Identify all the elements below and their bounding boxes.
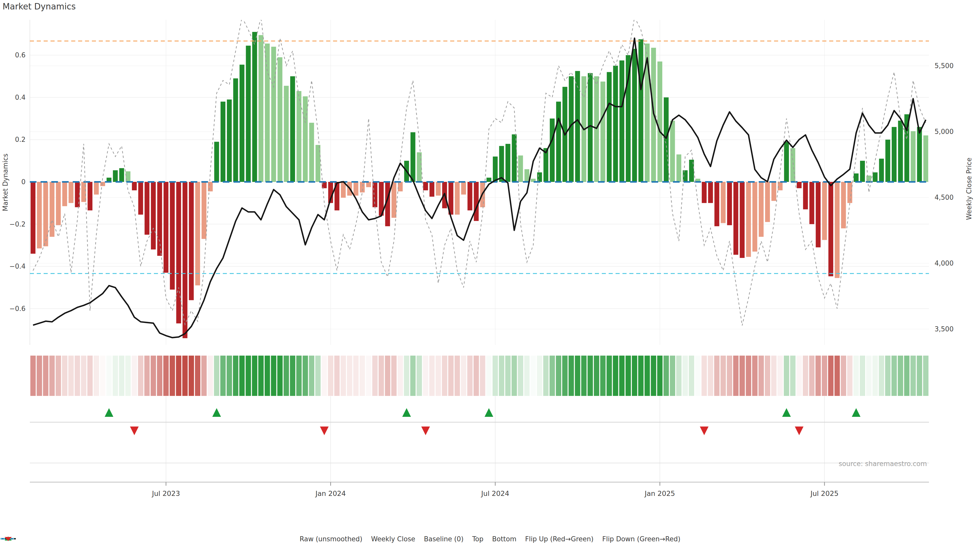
signal-panel-lines (30, 422, 929, 463)
left-tick-label: −0.4 (10, 262, 25, 270)
legend-item-dot-cyan: Bottom (492, 535, 516, 543)
chart-canvas: Jul 2023Jan 2024Jul 2024Jan 2025Jul 2025… (0, 0, 980, 528)
legend-label: Flip Down (Green→Red) (602, 535, 680, 543)
source-note: source: sharemaestro.com (838, 460, 927, 468)
left-tick-label: −0.2 (10, 221, 25, 228)
left-tick-label: 0.4 (15, 94, 25, 101)
x-tick-label: Jul 2023 (151, 489, 180, 497)
right-tick-label: 3,500 (935, 325, 953, 333)
legend-item-dash-gray: Raw (unsmoothed) (300, 535, 363, 543)
left-tick-label: −0.6 (10, 305, 25, 313)
legend-label: Top (472, 535, 484, 543)
legend-item-solid-black: Weekly Close (371, 535, 415, 543)
right-tick-label: 5,500 (935, 62, 953, 70)
x-axis: Jul 2023Jan 2024Jul 2024Jan 2025Jul 2025 (30, 482, 929, 497)
left-tick-label: 0 (21, 178, 25, 186)
legend-label: Raw (unsmoothed) (300, 535, 363, 543)
legend: Raw (unsmoothed)Weekly CloseBaseline (0)… (0, 535, 980, 543)
right-tick-label: 4,500 (935, 194, 953, 201)
right-tick-label: 4,000 (935, 259, 953, 267)
legend-item-tri-down: Flip Down (Green→Red) (602, 535, 680, 543)
x-tick-label: Jul 2025 (810, 489, 838, 497)
x-tick-label: Jul 2024 (481, 489, 509, 497)
legend-label: Baseline (0) (424, 535, 463, 543)
y-axis-right: 5,5005,0004,5004,0003,500Weekly Close Pr… (935, 62, 973, 333)
tri-down-swatch (0, 535, 16, 542)
legend-label: Weekly Close (371, 535, 415, 543)
flip-down-markers (130, 427, 803, 435)
legend-label: Flip Up (Red→Green) (525, 535, 593, 543)
left-tick-label: 0.2 (15, 136, 25, 143)
x-tick-label: Jan 2024 (315, 489, 346, 497)
main-plot (30, 17, 929, 338)
y-axis-left: 0.60.40.20−0.2−0.4−0.6Market Dynamics (2, 51, 25, 313)
left-tick-label: 0.6 (15, 51, 25, 59)
left-axis-title: Market Dynamics (2, 154, 9, 211)
dynamics-bars (30, 32, 928, 338)
market-dynamics-dashboard: Market Dynamics Jul 2023Jan 2024Jul 2024… (0, 0, 980, 551)
x-tick-label: Jan 2025 (644, 489, 675, 497)
legend-item-tri-up: Flip Up (Red→Green) (525, 535, 593, 543)
flip-up-markers (105, 408, 861, 417)
right-tick-label: 5,000 (935, 128, 953, 135)
vertical-gridlines (166, 20, 824, 482)
legend-item-dash-blue: Baseline (0) (424, 535, 463, 543)
right-axis-title: Weekly Close Price (965, 158, 973, 220)
legend-item-dot-orange: Top (472, 535, 484, 543)
heatmap-strip (30, 356, 928, 396)
legend-label: Bottom (492, 535, 516, 543)
